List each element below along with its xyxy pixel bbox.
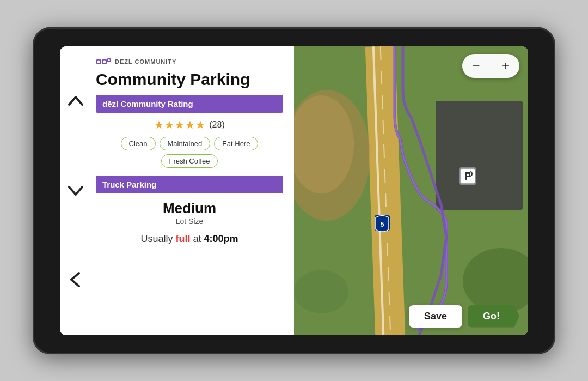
- dezl-community-label: DĒZL COMMUNITY: [115, 58, 176, 65]
- full-time-value: 4:00pm: [204, 233, 238, 244]
- map-panel: 5 P − + S: [294, 46, 528, 335]
- svg-point-15: [294, 270, 348, 313]
- nav-arrows: [60, 46, 91, 335]
- scroll-up-button[interactable]: [63, 88, 89, 114]
- svg-rect-8: [436, 101, 523, 210]
- zoom-controls: − +: [462, 54, 520, 78]
- rating-row: ★★★★★ (28): [96, 118, 283, 131]
- truck-parking-header: Truck Parking: [96, 176, 283, 193]
- screen: DĒZL COMMUNITY Community Parking dēzl Co…: [60, 46, 528, 335]
- device-frame: GARMIN: [33, 27, 555, 354]
- parking-icon: P: [459, 167, 476, 185]
- community-rating-header: dēzl Community Rating: [96, 95, 283, 113]
- tag-eat-here: Eat Here: [214, 137, 258, 150]
- zoom-in-button[interactable]: +: [491, 54, 519, 78]
- left-panel: DĒZL COMMUNITY Community Parking dēzl Co…: [60, 46, 294, 335]
- lot-size-value: Medium: [96, 200, 283, 217]
- scroll-down-button[interactable]: [63, 177, 89, 203]
- dezl-header: DĒZL COMMUNITY: [96, 56, 283, 67]
- save-button[interactable]: Save: [409, 305, 462, 328]
- map-view: 5: [294, 46, 528, 335]
- svg-point-3: [103, 60, 106, 63]
- lot-size-label: Lot Size: [96, 217, 283, 226]
- at-text: at: [193, 233, 204, 244]
- full-word: full: [175, 233, 190, 244]
- review-count: (28): [209, 120, 224, 130]
- usually-text: Usually: [140, 233, 173, 244]
- go-button[interactable]: Go!: [468, 305, 519, 328]
- tag-clean: Clean: [121, 137, 156, 150]
- tag-maintained: Maintained: [160, 137, 211, 150]
- star-rating: ★★★★★: [154, 118, 206, 131]
- svg-point-2: [97, 60, 100, 63]
- location-title: Community Parking: [96, 70, 283, 88]
- back-button[interactable]: [63, 267, 89, 293]
- full-time-info: Usually full at 4:00pm: [96, 233, 283, 245]
- svg-point-5: [108, 59, 110, 61]
- tag-fresh-coffee: Fresh Coffee: [161, 154, 218, 168]
- lot-size-section: Medium Lot Size: [96, 200, 283, 226]
- dezl-community-icon: [96, 56, 111, 67]
- content-panel: DĒZL COMMUNITY Community Parking dēzl Co…: [91, 46, 294, 335]
- svg-rect-23: [465, 172, 470, 173]
- zoom-out-button[interactable]: −: [462, 54, 491, 78]
- svg-text:5: 5: [381, 221, 384, 228]
- svg-rect-24: [465, 176, 470, 177]
- map-action-buttons: Save Go!: [409, 305, 519, 328]
- tags-container: Clean Maintained Eat Here Fresh Coffee: [96, 137, 283, 168]
